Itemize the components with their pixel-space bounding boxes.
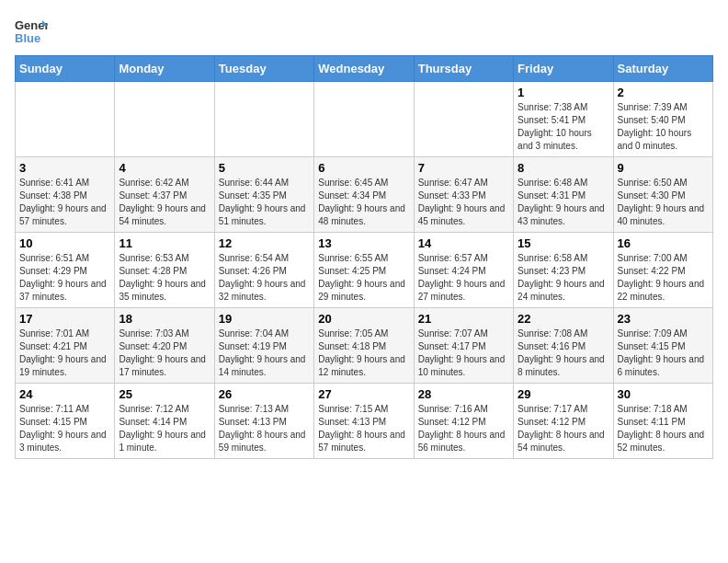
calendar-cell: 27 Sunrise: 7:15 AMSunset: 4:13 PMDaylig… (314, 384, 414, 459)
day-info: Sunrise: 7:13 AMSunset: 4:13 PMDaylight:… (219, 403, 310, 454)
svg-text:Blue: Blue (15, 31, 40, 45)
day-info: Sunrise: 6:48 AMSunset: 4:31 PMDaylight:… (518, 177, 609, 228)
day-number: 20 (318, 312, 409, 326)
calendar-cell: 21 Sunrise: 7:07 AMSunset: 4:17 PMDaylig… (414, 308, 513, 384)
day-number: 23 (618, 312, 709, 326)
calendar-cell: 19 Sunrise: 7:04 AMSunset: 4:19 PMDaylig… (214, 308, 313, 384)
day-number: 27 (318, 387, 409, 401)
day-number: 16 (618, 236, 709, 250)
calendar-cell: 25 Sunrise: 7:12 AMSunset: 4:14 PMDaylig… (115, 384, 214, 459)
day-number: 26 (219, 387, 310, 401)
calendar-cell: 8 Sunrise: 6:48 AMSunset: 4:31 PMDayligh… (514, 157, 613, 233)
header: General Blue (15, 15, 713, 48)
day-number: 28 (418, 387, 509, 401)
day-number: 7 (418, 161, 509, 175)
calendar-cell: 12 Sunrise: 6:54 AMSunset: 4:26 PMDaylig… (214, 233, 313, 308)
day-info: Sunrise: 7:04 AMSunset: 4:19 PMDaylight:… (219, 327, 310, 379)
day-number: 18 (119, 312, 210, 326)
day-info: Sunrise: 7:12 AMSunset: 4:14 PMDaylight:… (119, 403, 210, 454)
day-number: 29 (518, 387, 609, 401)
day-number: 5 (219, 161, 310, 175)
day-info: Sunrise: 6:53 AMSunset: 4:28 PMDaylight:… (119, 252, 210, 304)
calendar-cell: 30 Sunrise: 7:18 AMSunset: 4:11 PMDaylig… (613, 384, 712, 459)
calendar-cell: 26 Sunrise: 7:13 AMSunset: 4:13 PMDaylig… (214, 384, 313, 459)
calendar-cell: 28 Sunrise: 7:16 AMSunset: 4:12 PMDaylig… (414, 384, 513, 459)
calendar-cell: 16 Sunrise: 7:00 AMSunset: 4:22 PMDaylig… (613, 233, 712, 308)
day-number: 8 (518, 161, 609, 175)
day-info: Sunrise: 6:51 AMSunset: 4:29 PMDaylight:… (19, 252, 110, 304)
calendar-week-row: 24 Sunrise: 7:11 AMSunset: 4:15 PMDaylig… (16, 384, 713, 459)
header-saturday: Saturday (613, 56, 712, 82)
day-number: 24 (19, 387, 110, 401)
calendar-cell: 14 Sunrise: 6:57 AMSunset: 4:24 PMDaylig… (414, 233, 513, 308)
day-info: Sunrise: 7:11 AMSunset: 4:15 PMDaylight:… (19, 403, 110, 454)
day-info: Sunrise: 7:08 AMSunset: 4:16 PMDaylight:… (518, 327, 609, 379)
day-number: 17 (19, 312, 110, 326)
day-info: Sunrise: 7:09 AMSunset: 4:15 PMDaylight:… (618, 327, 709, 379)
day-number: 13 (318, 236, 409, 250)
calendar-cell (16, 82, 115, 157)
header-friday: Friday (514, 56, 613, 82)
header-monday: Monday (115, 56, 214, 82)
calendar-cell: 10 Sunrise: 6:51 AMSunset: 4:29 PMDaylig… (16, 233, 115, 308)
calendar-cell: 17 Sunrise: 7:01 AMSunset: 4:21 PMDaylig… (16, 308, 115, 384)
day-number: 2 (618, 86, 709, 99)
day-info: Sunrise: 7:39 AMSunset: 5:40 PMDaylight:… (618, 101, 709, 153)
calendar-week-row: 1 Sunrise: 7:38 AMSunset: 5:41 PMDayligh… (16, 82, 713, 157)
calendar-cell: 13 Sunrise: 6:55 AMSunset: 4:25 PMDaylig… (314, 233, 414, 308)
day-info: Sunrise: 7:05 AMSunset: 4:18 PMDaylight:… (318, 327, 409, 379)
day-info: Sunrise: 7:03 AMSunset: 4:20 PMDaylight:… (119, 327, 210, 379)
day-info: Sunrise: 7:01 AMSunset: 4:21 PMDaylight:… (19, 327, 110, 379)
calendar-cell: 18 Sunrise: 7:03 AMSunset: 4:20 PMDaylig… (115, 308, 214, 384)
day-number: 22 (518, 312, 609, 326)
day-number: 10 (19, 236, 110, 250)
calendar-cell: 15 Sunrise: 6:58 AMSunset: 4:23 PMDaylig… (514, 233, 613, 308)
calendar-cell: 7 Sunrise: 6:47 AMSunset: 4:33 PMDayligh… (414, 157, 513, 233)
day-number: 19 (219, 312, 310, 326)
calendar-cell: 29 Sunrise: 7:17 AMSunset: 4:12 PMDaylig… (514, 384, 613, 459)
calendar-cell (414, 82, 513, 157)
calendar-week-row: 10 Sunrise: 6:51 AMSunset: 4:29 PMDaylig… (16, 233, 713, 308)
logo: General Blue (15, 15, 48, 48)
day-number: 12 (219, 236, 310, 250)
calendar-cell: 3 Sunrise: 6:41 AMSunset: 4:38 PMDayligh… (16, 157, 115, 233)
calendar-cell: 20 Sunrise: 7:05 AMSunset: 4:18 PMDaylig… (314, 308, 414, 384)
day-number: 11 (119, 236, 210, 250)
calendar-cell: 24 Sunrise: 7:11 AMSunset: 4:15 PMDaylig… (16, 384, 115, 459)
day-number: 6 (318, 161, 409, 175)
day-number: 9 (618, 161, 709, 175)
day-info: Sunrise: 7:07 AMSunset: 4:17 PMDaylight:… (418, 327, 509, 379)
day-info: Sunrise: 6:45 AMSunset: 4:34 PMDaylight:… (318, 177, 409, 228)
day-info: Sunrise: 6:55 AMSunset: 4:25 PMDaylight:… (318, 252, 409, 304)
calendar-cell: 5 Sunrise: 6:44 AMSunset: 4:35 PMDayligh… (214, 157, 313, 233)
day-info: Sunrise: 6:54 AMSunset: 4:26 PMDaylight:… (219, 252, 310, 304)
day-number: 15 (518, 236, 609, 250)
day-number: 30 (618, 387, 709, 401)
header-thursday: Thursday (414, 56, 513, 82)
header-sunday: Sunday (16, 56, 115, 82)
day-info: Sunrise: 7:38 AMSunset: 5:41 PMDaylight:… (518, 101, 609, 153)
day-info: Sunrise: 6:41 AMSunset: 4:38 PMDaylight:… (19, 177, 110, 228)
day-number: 4 (119, 161, 210, 175)
day-info: Sunrise: 7:18 AMSunset: 4:11 PMDaylight:… (618, 403, 709, 454)
day-info: Sunrise: 7:00 AMSunset: 4:22 PMDaylight:… (618, 252, 709, 304)
calendar-table: SundayMondayTuesdayWednesdayThursdayFrid… (15, 55, 713, 459)
calendar-cell: 2 Sunrise: 7:39 AMSunset: 5:40 PMDayligh… (613, 82, 712, 157)
day-info: Sunrise: 6:58 AMSunset: 4:23 PMDaylight:… (518, 252, 609, 304)
calendar-week-row: 3 Sunrise: 6:41 AMSunset: 4:38 PMDayligh… (16, 157, 713, 233)
day-info: Sunrise: 7:15 AMSunset: 4:13 PMDaylight:… (318, 403, 409, 454)
day-info: Sunrise: 6:44 AMSunset: 4:35 PMDaylight:… (219, 177, 310, 228)
day-info: Sunrise: 6:47 AMSunset: 4:33 PMDaylight:… (418, 177, 509, 228)
day-info: Sunrise: 7:16 AMSunset: 4:12 PMDaylight:… (418, 403, 509, 454)
day-number: 1 (518, 86, 609, 99)
day-info: Sunrise: 6:57 AMSunset: 4:24 PMDaylight:… (418, 252, 509, 304)
calendar-cell (314, 82, 414, 157)
header-wednesday: Wednesday (314, 56, 414, 82)
calendar-cell: 23 Sunrise: 7:09 AMSunset: 4:15 PMDaylig… (613, 308, 712, 384)
day-info: Sunrise: 7:17 AMSunset: 4:12 PMDaylight:… (518, 403, 609, 454)
day-info: Sunrise: 6:50 AMSunset: 4:30 PMDaylight:… (618, 177, 709, 228)
calendar-week-row: 17 Sunrise: 7:01 AMSunset: 4:21 PMDaylig… (16, 308, 713, 384)
calendar-cell (214, 82, 313, 157)
calendar-cell: 4 Sunrise: 6:42 AMSunset: 4:37 PMDayligh… (115, 157, 214, 233)
calendar-cell: 9 Sunrise: 6:50 AMSunset: 4:30 PMDayligh… (613, 157, 712, 233)
